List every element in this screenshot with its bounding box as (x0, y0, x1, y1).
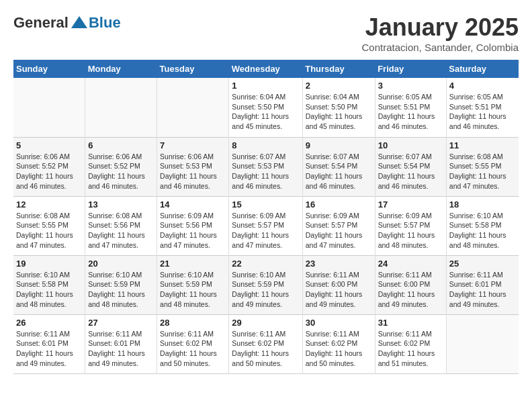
calendar-week-row: 26Sunrise: 6:11 AM Sunset: 6:01 PM Dayli… (13, 314, 519, 373)
day-number: 26 (16, 318, 82, 328)
day-info: Sunrise: 6:08 AM Sunset: 5:56 PM Dayligh… (88, 211, 154, 250)
day-number: 13 (88, 199, 154, 210)
day-number: 2 (306, 81, 372, 91)
day-info: Sunrise: 6:11 AM Sunset: 6:00 PM Dayligh… (378, 270, 443, 310)
day-info: Sunrise: 6:10 AM Sunset: 5:58 PM Dayligh… (16, 270, 82, 310)
day-number: 8 (232, 140, 299, 150)
day-number: 17 (378, 199, 443, 210)
calendar-cell: 15Sunrise: 6:09 AM Sunset: 5:57 PM Dayli… (229, 196, 302, 255)
calendar-cell: 21Sunrise: 6:10 AM Sunset: 5:59 PM Dayli… (157, 255, 229, 314)
calendar-cell (446, 314, 519, 373)
day-info: Sunrise: 6:06 AM Sunset: 5:52 PM Dayligh… (16, 152, 82, 191)
calendar-cell: 23Sunrise: 6:11 AM Sunset: 6:00 PM Dayli… (302, 255, 375, 314)
calendar-header-thursday: Thursday (302, 60, 375, 78)
day-number: 28 (160, 318, 226, 328)
calendar-cell: 31Sunrise: 6:11 AM Sunset: 6:02 PM Dayli… (375, 314, 446, 373)
calendar-cell: 16Sunrise: 6:09 AM Sunset: 5:57 PM Dayli… (302, 196, 375, 255)
day-info: Sunrise: 6:11 AM Sunset: 6:02 PM Dayligh… (306, 329, 372, 369)
logo-text-blue: Blue (89, 14, 121, 32)
day-number: 29 (232, 318, 299, 328)
day-info: Sunrise: 6:04 AM Sunset: 5:50 PM Dayligh… (232, 92, 299, 132)
calendar-cell: 30Sunrise: 6:11 AM Sunset: 6:02 PM Dayli… (302, 314, 375, 373)
calendar-cell: 25Sunrise: 6:11 AM Sunset: 6:01 PM Dayli… (446, 255, 519, 314)
calendar-cell: 19Sunrise: 6:10 AM Sunset: 5:58 PM Dayli… (13, 255, 85, 314)
day-info: Sunrise: 6:11 AM Sunset: 6:02 PM Dayligh… (232, 329, 299, 369)
day-info: Sunrise: 6:09 AM Sunset: 5:57 PM Dayligh… (306, 211, 372, 250)
calendar-cell: 22Sunrise: 6:10 AM Sunset: 5:59 PM Dayli… (229, 255, 302, 314)
day-number: 5 (16, 140, 82, 150)
day-number: 31 (378, 318, 443, 328)
day-number: 1 (232, 81, 299, 91)
day-number: 7 (160, 140, 226, 150)
logo: General Blue (13, 13, 121, 32)
calendar-week-row: 19Sunrise: 6:10 AM Sunset: 5:58 PM Dayli… (13, 255, 519, 314)
calendar-cell: 28Sunrise: 6:11 AM Sunset: 6:02 PM Dayli… (157, 314, 229, 373)
day-number: 4 (449, 81, 516, 91)
day-number: 24 (378, 259, 443, 269)
day-number: 18 (449, 199, 516, 210)
calendar-title: January 2025 (362, 13, 519, 42)
calendar-cell: 17Sunrise: 6:09 AM Sunset: 5:57 PM Dayli… (375, 196, 446, 255)
day-number: 10 (378, 140, 443, 150)
day-info: Sunrise: 6:11 AM Sunset: 6:02 PM Dayligh… (160, 329, 226, 369)
calendar-header-wednesday: Wednesday (229, 60, 302, 78)
calendar-header-sunday: Sunday (13, 60, 85, 78)
calendar-cell: 24Sunrise: 6:11 AM Sunset: 6:00 PM Dayli… (375, 255, 446, 314)
day-info: Sunrise: 6:04 AM Sunset: 5:50 PM Dayligh… (306, 92, 372, 132)
calendar-week-row: 5Sunrise: 6:06 AM Sunset: 5:52 PM Daylig… (13, 137, 519, 196)
day-info: Sunrise: 6:09 AM Sunset: 5:56 PM Dayligh… (160, 211, 226, 250)
day-number: 30 (306, 318, 372, 328)
calendar-week-row: 12Sunrise: 6:08 AM Sunset: 5:55 PM Dayli… (13, 196, 519, 255)
calendar-cell: 11Sunrise: 6:08 AM Sunset: 5:55 PM Dayli… (446, 137, 519, 196)
day-info: Sunrise: 6:09 AM Sunset: 5:57 PM Dayligh… (232, 211, 299, 250)
calendar-cell: 29Sunrise: 6:11 AM Sunset: 6:02 PM Dayli… (229, 314, 302, 373)
day-info: Sunrise: 6:07 AM Sunset: 5:54 PM Dayligh… (306, 152, 372, 191)
day-info: Sunrise: 6:09 AM Sunset: 5:57 PM Dayligh… (378, 211, 443, 250)
calendar-header-monday: Monday (85, 60, 157, 78)
calendar-cell: 20Sunrise: 6:10 AM Sunset: 5:59 PM Dayli… (85, 255, 157, 314)
day-info: Sunrise: 6:10 AM Sunset: 5:59 PM Dayligh… (232, 270, 299, 310)
day-number: 14 (160, 199, 226, 210)
day-number: 21 (160, 259, 226, 269)
day-number: 27 (88, 318, 154, 328)
day-info: Sunrise: 6:05 AM Sunset: 5:51 PM Dayligh… (449, 92, 516, 132)
svg-marker-0 (71, 16, 87, 28)
day-info: Sunrise: 6:11 AM Sunset: 6:00 PM Dayligh… (306, 270, 372, 310)
calendar-header-saturday: Saturday (446, 60, 519, 78)
calendar-cell: 4Sunrise: 6:05 AM Sunset: 5:51 PM Daylig… (446, 78, 519, 137)
calendar-cell: 8Sunrise: 6:07 AM Sunset: 5:53 PM Daylig… (229, 137, 302, 196)
calendar-header-row: SundayMondayTuesdayWednesdayThursdayFrid… (13, 60, 519, 78)
day-info: Sunrise: 6:05 AM Sunset: 5:51 PM Dayligh… (378, 92, 443, 132)
day-info: Sunrise: 6:11 AM Sunset: 6:02 PM Dayligh… (378, 329, 443, 369)
calendar-cell: 7Sunrise: 6:06 AM Sunset: 5:53 PM Daylig… (157, 137, 229, 196)
day-number: 20 (88, 259, 154, 269)
calendar-cell: 5Sunrise: 6:06 AM Sunset: 5:52 PM Daylig… (13, 137, 85, 196)
day-info: Sunrise: 6:08 AM Sunset: 5:55 PM Dayligh… (16, 211, 82, 250)
day-info: Sunrise: 6:11 AM Sunset: 6:01 PM Dayligh… (16, 329, 82, 369)
day-number: 16 (306, 199, 372, 210)
day-number: 6 (88, 140, 154, 150)
day-info: Sunrise: 6:06 AM Sunset: 5:53 PM Dayligh… (160, 152, 226, 191)
calendar-header-tuesday: Tuesday (157, 60, 229, 78)
day-info: Sunrise: 6:11 AM Sunset: 6:01 PM Dayligh… (449, 270, 516, 310)
calendar-cell (157, 78, 229, 137)
day-number: 12 (16, 199, 82, 210)
calendar-cell: 13Sunrise: 6:08 AM Sunset: 5:56 PM Dayli… (85, 196, 157, 255)
title-block: January 2025 Contratacion, Santander, Co… (362, 13, 519, 53)
calendar-cell: 3Sunrise: 6:05 AM Sunset: 5:51 PM Daylig… (375, 78, 446, 137)
calendar-cell: 2Sunrise: 6:04 AM Sunset: 5:50 PM Daylig… (302, 78, 375, 137)
day-number: 9 (306, 140, 372, 150)
calendar-header-friday: Friday (375, 60, 446, 78)
day-info: Sunrise: 6:07 AM Sunset: 5:53 PM Dayligh… (232, 152, 299, 191)
day-number: 23 (306, 259, 372, 269)
calendar-cell: 6Sunrise: 6:06 AM Sunset: 5:52 PM Daylig… (85, 137, 157, 196)
calendar-subtitle: Contratacion, Santander, Colombia (362, 42, 519, 53)
calendar-cell: 14Sunrise: 6:09 AM Sunset: 5:56 PM Dayli… (157, 196, 229, 255)
day-number: 15 (232, 199, 299, 210)
logo-icon (70, 13, 89, 32)
day-number: 11 (449, 140, 516, 150)
calendar-cell: 9Sunrise: 6:07 AM Sunset: 5:54 PM Daylig… (302, 137, 375, 196)
calendar-cell: 18Sunrise: 6:10 AM Sunset: 5:58 PM Dayli… (446, 196, 519, 255)
day-number: 3 (378, 81, 443, 91)
calendar-cell: 10Sunrise: 6:07 AM Sunset: 5:54 PM Dayli… (375, 137, 446, 196)
